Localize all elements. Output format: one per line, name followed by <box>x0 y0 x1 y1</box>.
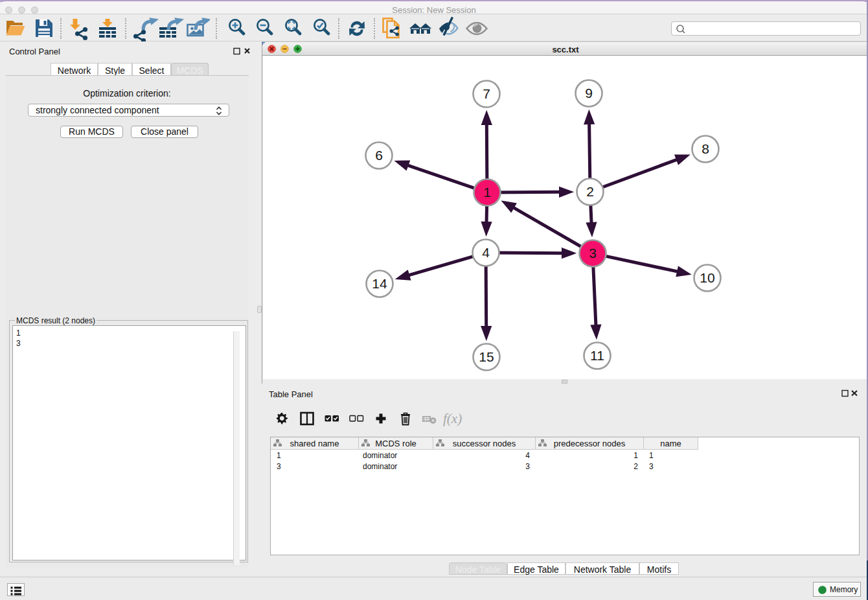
svg-text:6: 6 <box>375 148 383 163</box>
svg-text:14: 14 <box>372 276 387 291</box>
svg-text:2: 2 <box>586 184 594 199</box>
svg-text:15: 15 <box>479 349 494 364</box>
svg-text:3: 3 <box>589 246 597 260</box>
svg-text:11: 11 <box>590 348 604 363</box>
svg-text:1: 1 <box>483 185 491 200</box>
svg-text:8: 8 <box>702 141 709 156</box>
svg-text:10: 10 <box>700 270 714 285</box>
svg-text:4: 4 <box>482 245 490 260</box>
svg-text:9: 9 <box>585 86 593 100</box>
svg-text:7: 7 <box>483 86 490 101</box>
